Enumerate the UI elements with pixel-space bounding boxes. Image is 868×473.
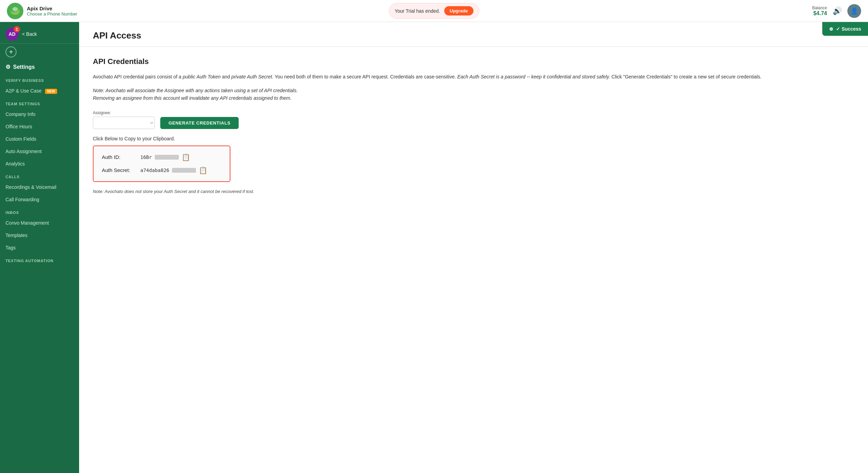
user-avatar[interactable]: 👤 [847,4,861,18]
generate-credentials-button[interactable]: GENERATE CREDENTIALS [160,117,239,129]
team-section-label: TEAM SETTINGS [0,97,79,108]
credentials-box: Auth ID: 16Br 📋 Auth Secret: a74daba826 … [93,146,230,182]
app-name: Apix Drive [27,6,77,11]
body-layout: AD 1 < Back + ⚙ Settings VERIFY BUSINESS… [0,22,868,473]
auth-secret-copy-icon[interactable]: 📋 [199,166,207,174]
trial-message: Your Trial has ended. [395,8,440,14]
auth-id-text: 16Br [140,154,152,160]
add-button[interactable]: + [6,46,17,57]
assignee-col: Assignee: [93,110,155,129]
sidebar-item-recordings[interactable]: Recordings & Voicemail [0,181,79,193]
svg-point-3 [13,7,18,11]
sidebar-item-office-hours[interactable]: Office Hours [0,120,79,133]
sidebar-item-tags[interactable]: Tags [0,241,79,254]
sidebar-item-auto-assignment[interactable]: Auto Assignment [0,145,79,158]
auth-id-value-area: 16Br 📋 [140,153,190,161]
auth-id-row: Auth ID: 16Br 📋 [102,153,221,161]
sidebar-item-company-info[interactable]: Company Info [0,108,79,120]
balance-value: $4.74 [812,10,827,17]
auth-secret-value-area: a74daba826 📋 [140,166,207,174]
page-header: API Access [79,22,868,47]
sidebar-item-analytics[interactable]: Analytics [0,158,79,170]
assignee-label: Assignee: [93,110,155,115]
settings-link[interactable]: ⚙ Settings [0,60,79,74]
main-content: ⊗ ✓ Success API Access API Credentials A… [79,22,868,473]
sidebar: AD 1 < Back + ⚙ Settings VERIFY BUSINESS… [0,22,79,473]
balance-area: Balance $4.74 [812,6,827,17]
balance-label: Balance [812,6,827,10]
assignee-select[interactable] [93,117,155,129]
logo-area: Apix Drive Choose a Phone Number [7,3,77,19]
settings-label: Settings [13,64,35,70]
speaker-icon[interactable]: 🔊 [833,7,842,15]
note-text: Note: Avochato will associate the Assign… [93,87,854,102]
sidebar-item-call-forwarding[interactable]: Call Forwarding [0,193,79,206]
success-label: ✓ Success [836,26,861,32]
logo-text: Apix Drive Choose a Phone Number [27,6,77,17]
sidebar-item-a2p[interactable]: A2P & Use Case NEW [0,85,79,97]
assignee-row: Assignee: GENERATE CREDENTIALS [93,110,854,129]
credentials-title: API Credentials [93,57,854,66]
auth-secret-row: Auth Secret: a74daba826 📋 [102,166,221,174]
inbox-section-label: INBOX [0,206,79,217]
sidebar-item-templates[interactable]: Templates [0,229,79,241]
sidebar-item-custom-fields[interactable]: Custom Fields [0,133,79,145]
auth-secret-label: Auth Secret: [102,167,136,173]
top-header: Apix Drive Choose a Phone Number Your Tr… [0,0,868,22]
verify-section-label: VERIFY BUSINESS [0,74,79,85]
page-body: API Credentials Avochato API credential … [79,47,868,204]
success-toast: ⊗ ✓ Success [822,22,868,36]
phone-number-link[interactable]: Choose a Phone Number [27,11,77,17]
auth-secret-redacted [172,168,196,173]
header-right: Balance $4.74 🔊 👤 [812,4,861,18]
auth-secret-text: a74daba826 [140,168,169,173]
bottom-note: Note: Avochato does not store your Auth … [93,189,854,194]
new-badge: NEW [45,89,57,94]
copy-label: Click Below to Copy to your Clipboard. [93,136,854,141]
texting-section-label: TEXTING AUTOMATION [0,254,79,265]
auth-id-copy-icon[interactable]: 📋 [182,153,190,161]
calls-section-label: CALLS [0,170,79,181]
description-text: Avochato API credential pairs consist of… [93,73,854,81]
sidebar-avatar: AD 1 [6,28,19,41]
sidebar-item-convo-management[interactable]: Convo Management [0,217,79,229]
notification-badge: 1 [14,26,20,32]
auth-id-label: Auth ID: [102,154,136,160]
success-check-icon: ⊗ [829,26,833,32]
auth-id-redacted [155,155,179,160]
logo-icon [7,3,23,19]
upgrade-button[interactable]: Upgrade [444,6,474,15]
sidebar-top: AD 1 < Back [0,22,79,44]
back-button[interactable]: < Back [22,31,37,37]
trial-banner: Your Trial has ended. Upgrade [389,3,479,19]
settings-icon: ⚙ [6,64,10,70]
page-title: API Access [93,30,854,41]
